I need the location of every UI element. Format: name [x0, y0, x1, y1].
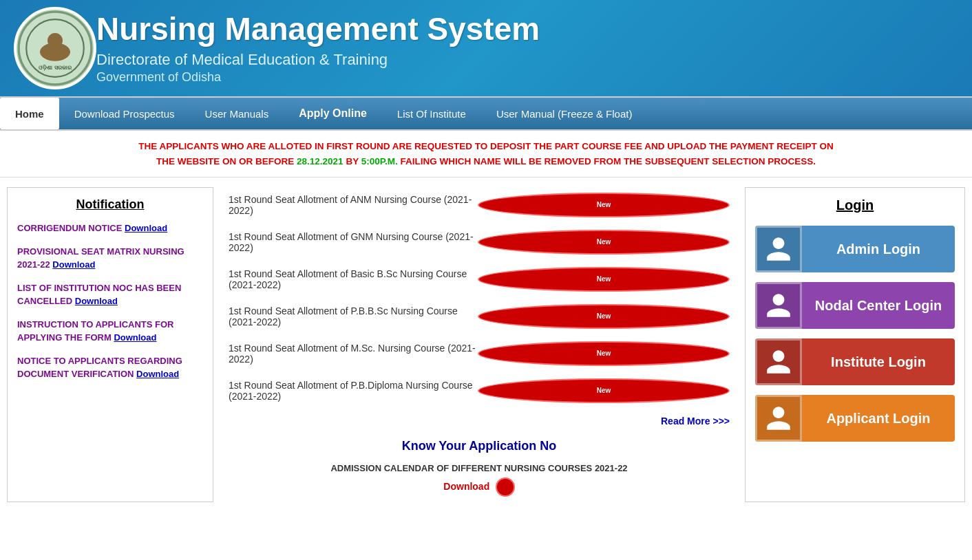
allotment-item-1[interactable]: 1st Round Seat Allotment of GNM Nursing …: [229, 230, 730, 255]
header: ଓଡ଼ିଶା ସରକାର Nursing Management System D…: [0, 0, 972, 96]
allotment-item-3[interactable]: 1st Round Seat Allotment of P.B.B.Sc Nur…: [229, 304, 730, 329]
admin-login-button[interactable]: Admin Login: [755, 226, 955, 272]
nodal-login-label: Nodal Center Login: [802, 298, 955, 314]
login-heading: Login: [755, 197, 955, 213]
announcement-line2-prefix: THE WEBSITE ON OR BEFORE: [156, 156, 297, 166]
admin-login-icon-box: [755, 226, 802, 272]
new-badge-2: New: [478, 267, 730, 292]
nav-user-manual-freeze[interactable]: User Manual (Freeze & Float): [481, 98, 648, 129]
new-badge-1: New: [478, 230, 730, 255]
center-panel: 1st Round Seat Allotment of ANM Nursing …: [222, 187, 737, 502]
notif-download-4[interactable]: Download: [136, 369, 179, 379]
announcement-mid: BY: [344, 156, 361, 166]
header-text: Nursing Management System Directorate of…: [96, 12, 540, 85]
notification-heading: Notification: [17, 197, 203, 212]
announcement-date: 28.12.2021: [297, 156, 344, 166]
notif-item-2: LIST OF INSTITUTION NOC HAS BEEN CANCELL…: [17, 281, 203, 308]
institute-login-icon-box: [755, 338, 802, 385]
new-badge-0: New: [478, 193, 730, 217]
admission-calendar-download: Download New: [229, 477, 730, 497]
announcement-line1: THE APPLICANTS WHO ARE ALLOTED IN FIRST …: [138, 141, 834, 151]
applicant-login-label: Applicant Login: [802, 411, 955, 427]
announcement-suffix: FAILING WHICH NAME WILL BE REMOVED FROM …: [398, 156, 816, 166]
announcement-time: 5:00P.M.: [361, 156, 398, 166]
nav-apply-online[interactable]: Apply Online: [284, 98, 382, 129]
new-badge-5: New: [478, 378, 730, 403]
applicant-login-button[interactable]: Applicant Login: [755, 395, 955, 442]
institute-login-label: Institute Login: [802, 354, 955, 370]
allotment-item-4[interactable]: 1st Round Seat Allotment of M.Sc. Nursin…: [229, 341, 730, 366]
applicant-login-icon-box: [755, 395, 802, 442]
read-more-link[interactable]: Read More >>>: [229, 416, 730, 427]
allotment-item-2[interactable]: 1st Round Seat Allotment of Basic B.Sc N…: [229, 267, 730, 292]
institute-login-button[interactable]: Institute Login: [755, 338, 955, 385]
login-panel: Login Admin Login Nodal Center Login: [745, 187, 965, 502]
site-subtitle2: Government of Odisha: [96, 70, 540, 85]
notif-item-0: CORRIGENDUM NOTICE Download: [17, 222, 203, 235]
nodal-login-icon-box: [755, 282, 802, 329]
allotment-item-5[interactable]: 1st Round Seat Allotment of P.B.Diploma …: [229, 378, 730, 403]
new-badge-4: New: [478, 341, 730, 366]
announcement-bar: THE APPLICANTS WHO ARE ALLOTED IN FIRST …: [0, 131, 972, 177]
notif-item-3: INSTRUCTION TO APPLICANTS FOR APPLYING T…: [17, 318, 203, 345]
logo: ଓଡ଼ିଶା ସରକାର: [14, 7, 96, 89]
institute-user-icon: [764, 347, 793, 376]
nodal-login-button[interactable]: Nodal Center Login: [755, 282, 955, 329]
cal-new-badge: New: [496, 477, 515, 497]
notif-download-3[interactable]: Download: [114, 332, 156, 343]
nav-home[interactable]: Home: [0, 98, 59, 129]
nodal-user-icon: [764, 291, 793, 320]
new-badge-3: New: [478, 304, 730, 329]
admin-login-label: Admin Login: [802, 241, 955, 257]
notif-item-1: PROVISIONAL SEAT MATRIX NURSING 2021-22 …: [17, 245, 203, 272]
svg-text:ଓଡ଼ିଶା ସରକାର: ଓଡ଼ିଶା ସରକାର: [39, 65, 72, 71]
admission-calendar-text: ADMISSION CALENDAR OF DIFFERENT NURSING …: [229, 463, 730, 473]
main-content: Notification CORRIGENDUM NOTICE Download…: [0, 177, 972, 512]
cal-download-link[interactable]: Download: [443, 481, 489, 492]
navbar: Home Download Prospectus User Manuals Ap…: [0, 96, 972, 131]
know-app-no-link[interactable]: Know Your Application No: [229, 439, 730, 453]
site-subtitle: Directorate of Medical Education & Train…: [96, 51, 540, 69]
notification-panel: Notification CORRIGENDUM NOTICE Download…: [7, 187, 213, 502]
admin-user-icon: [764, 235, 793, 263]
nav-list-of-institute[interactable]: List Of Institute: [382, 98, 481, 129]
allotment-item-0[interactable]: 1st Round Seat Allotment of ANM Nursing …: [229, 193, 730, 217]
logo-icon: ଓଡ଼ିଶା ସରକାର: [17, 10, 93, 86]
notif-download-1[interactable]: Download: [52, 259, 95, 270]
notif-download-0[interactable]: Download: [125, 223, 167, 233]
applicant-user-icon: [764, 404, 793, 433]
svg-point-3: [47, 33, 63, 48]
nav-download-prospectus[interactable]: Download Prospectus: [59, 98, 190, 129]
nav-user-manuals[interactable]: User Manuals: [190, 98, 284, 129]
notif-item-4: NOTICE TO APPLICANTS REGARDING DOCUMENT …: [17, 354, 203, 381]
site-title: Nursing Management System: [96, 12, 540, 47]
notif-download-2[interactable]: Download: [75, 296, 118, 306]
